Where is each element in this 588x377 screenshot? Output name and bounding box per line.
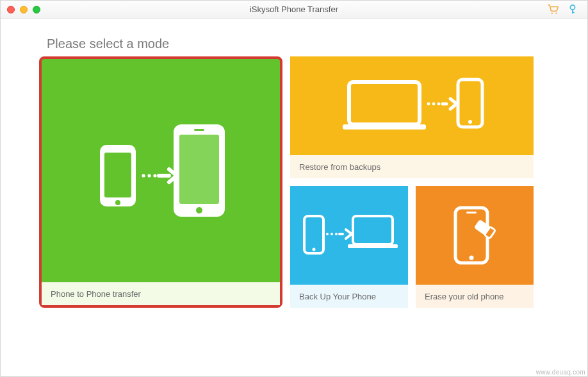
svg-rect-16 (343, 124, 426, 130)
svg-rect-6 (104, 153, 131, 197)
key-icon[interactable] (568, 4, 577, 15)
svg-point-13 (147, 174, 151, 177)
svg-point-10 (196, 207, 202, 214)
window-controls (1, 6, 40, 13)
svg-rect-15 (349, 82, 420, 124)
svg-rect-25 (348, 244, 398, 248)
svg-rect-11 (194, 129, 204, 131)
svg-point-20 (432, 103, 436, 106)
phone-to-phone-illustration (42, 59, 280, 282)
cart-icon[interactable] (548, 4, 559, 15)
svg-rect-4 (572, 12, 575, 13)
content-area: Please select a mode (1, 19, 587, 376)
zoom-window-button[interactable] (33, 6, 40, 13)
erase-illustration (416, 186, 534, 285)
svg-rect-9 (179, 135, 219, 204)
svg-point-0 (551, 12, 553, 13)
watermark: www.deuaq.com (536, 369, 585, 376)
svg-point-2 (570, 4, 575, 9)
svg-point-30 (470, 256, 474, 260)
svg-rect-24 (353, 216, 393, 244)
svg-rect-22 (304, 216, 323, 253)
svg-point-12 (142, 174, 145, 177)
mode-card-label: Back Up Your Phone (290, 285, 408, 308)
mode-card-erase[interactable]: Erase your old phone (416, 186, 534, 308)
titlebar: iSkysoft Phone Transfer (1, 1, 587, 19)
svg-rect-17 (458, 80, 482, 127)
mode-card-phone-to-phone[interactable]: Phone to Phone transfer (39, 56, 282, 308)
svg-point-18 (468, 120, 472, 124)
svg-point-26 (326, 233, 329, 235)
svg-point-7 (115, 200, 120, 205)
svg-point-1 (555, 12, 557, 13)
mode-card-label: Phone to Phone transfer (42, 282, 280, 305)
svg-point-14 (153, 174, 156, 177)
mode-heading: Please select a mode (47, 37, 549, 51)
svg-point-19 (427, 103, 430, 106)
mode-card-restore[interactable]: Restore from backups (290, 56, 534, 178)
svg-rect-31 (466, 212, 477, 214)
svg-point-23 (313, 248, 316, 251)
svg-point-28 (335, 233, 338, 235)
window-title: iSkysoft Phone Transfer (1, 4, 587, 14)
mode-card-backup[interactable]: Back Up Your Phone (290, 186, 408, 308)
svg-rect-29 (455, 208, 487, 263)
mode-card-label: Erase your old phone (416, 285, 534, 308)
minimize-window-button[interactable] (20, 6, 28, 13)
close-window-button[interactable] (7, 6, 15, 13)
restore-illustration (290, 56, 534, 155)
svg-point-27 (331, 233, 333, 235)
app-window: iSkysoft Phone Transfer Please select a … (0, 0, 588, 377)
svg-point-21 (437, 103, 441, 106)
mode-card-label: Restore from backups (290, 155, 534, 178)
backup-illustration (290, 186, 408, 285)
